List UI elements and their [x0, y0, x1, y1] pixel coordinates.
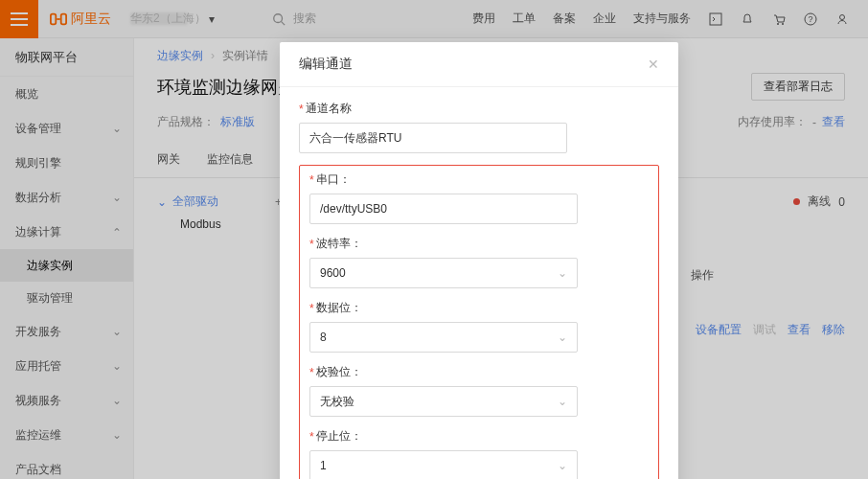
- chevron-down-icon: ⌄: [558, 459, 567, 472]
- chevron-down-icon: ⌄: [558, 331, 567, 344]
- label-serial: 串口：: [316, 171, 351, 188]
- label-databits: 数据位：: [316, 300, 362, 316]
- label-baud: 波特率：: [316, 236, 362, 252]
- parity-select[interactable]: 无校验⌄: [309, 386, 578, 417]
- databits-select[interactable]: 8⌄: [309, 322, 578, 353]
- highlight-box: *串口： /dev/ttyUSB0 *波特率： 9600⌄ *数据位： 8⌄ *…: [299, 165, 659, 479]
- chevron-down-icon: ⌄: [558, 266, 567, 280]
- channel-name-input[interactable]: 六合一传感器RTU: [299, 123, 567, 153]
- baud-select[interactable]: 9600⌄: [309, 258, 578, 288]
- modal-title: 编辑通道: [299, 56, 353, 73]
- label-parity: 校验位：: [316, 364, 362, 380]
- edit-channel-modal: 编辑通道 ✕ *通道名称 六合一传感器RTU *串口： /dev/ttyUSB0…: [280, 42, 678, 479]
- close-icon[interactable]: ✕: [648, 57, 659, 72]
- label-stopbits: 停止位：: [316, 428, 362, 445]
- chevron-down-icon: ⌄: [558, 395, 567, 408]
- stopbits-select[interactable]: 1⌄: [309, 450, 578, 479]
- label-channel-name: 通道名称: [306, 101, 352, 117]
- serial-input[interactable]: /dev/ttyUSB0: [309, 194, 578, 224]
